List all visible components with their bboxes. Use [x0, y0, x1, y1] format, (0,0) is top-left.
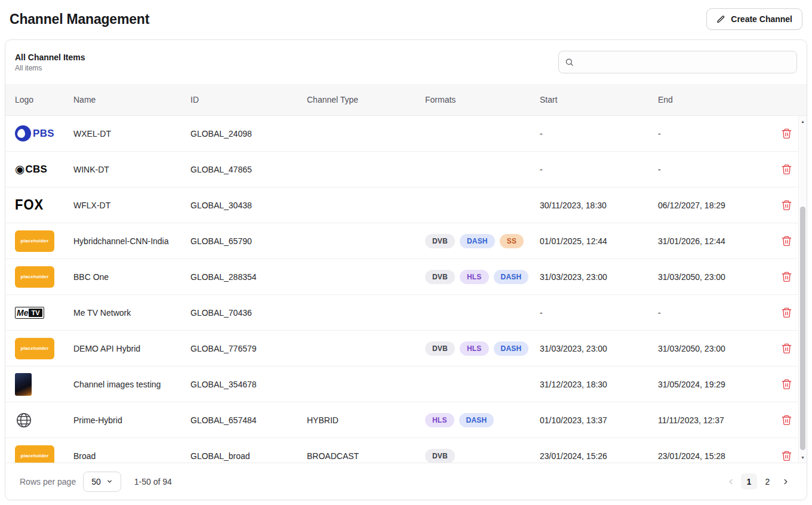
channel-id: GLOBAL_24098 — [190, 129, 307, 138]
channel-id: GLOBAL_70436 — [190, 308, 307, 318]
channel-table-card: All Channel Items All items LogoNameIDCh… — [5, 39, 807, 500]
channel-id: GLOBAL_broad — [190, 451, 307, 461]
start-date: - — [540, 165, 658, 174]
column-header-name: Name — [73, 95, 190, 104]
table-row[interactable]: placeholderHybridchannel-CNN-IndiaGLOBAL… — [5, 223, 807, 259]
table-row[interactable]: PBSWXEL-DTGLOBAL_24098-- — [5, 116, 807, 152]
fox-logo: FOX — [15, 198, 73, 213]
placeholder-logo: placeholder — [15, 445, 73, 463]
channel-id: GLOBAL_776579 — [190, 344, 307, 353]
channel-id: GLOBAL_30438 — [190, 201, 307, 210]
channel-name: WINK-DT — [73, 165, 190, 174]
globe-logo — [15, 411, 73, 429]
delete-channel-button[interactable] — [779, 269, 795, 285]
vertical-scrollbar[interactable]: ▲ ▼ — [798, 116, 807, 463]
rows-per-page-select[interactable]: 50 — [83, 472, 121, 492]
next-page-button[interactable] — [778, 474, 793, 489]
channel-image-logo — [15, 373, 73, 396]
end-date: 06/12/2027, 18:29 — [658, 201, 775, 210]
trash-icon — [781, 235, 792, 247]
channel-thumbnail — [15, 373, 32, 396]
format-badge-dash: DASH — [460, 234, 495, 248]
delete-channel-button[interactable] — [779, 448, 795, 463]
channel-id: GLOBAL_47865 — [190, 165, 307, 174]
trash-icon — [781, 199, 792, 211]
format-badge-dvb: DVB — [425, 341, 455, 356]
delete-channel-button[interactable] — [779, 412, 795, 428]
page: Channel Management Create Channel All Ch… — [0, 0, 812, 505]
scrollbar-thumb[interactable] — [800, 207, 805, 450]
channel-id: GLOBAL_288354 — [190, 272, 307, 282]
format-badge-dash: DASH — [494, 341, 529, 356]
column-header-start: Start — [540, 95, 658, 104]
chevron-down-icon — [106, 478, 113, 485]
cbs-logo: ◉CBS — [15, 164, 73, 175]
trash-icon — [781, 271, 792, 282]
delete-channel-button[interactable] — [779, 304, 795, 321]
channel-name: Broad — [73, 451, 190, 461]
channel-type: BROADCAST — [307, 451, 425, 461]
table-row[interactable]: ◉CBSWINK-DTGLOBAL_47865-- — [5, 152, 807, 187]
channel-name: Prime-Hybrid — [73, 415, 190, 425]
pbs-emblem-icon — [15, 125, 31, 141]
delete-channel-button[interactable] — [779, 340, 795, 356]
topbar: Channel Management Create Channel — [5, 5, 807, 39]
card-header: All Channel Items All items — [5, 40, 807, 84]
scroll-down-arrow[interactable]: ▼ — [799, 453, 807, 461]
table-row[interactable]: placeholderBroadGLOBAL_broadBROADCASTDVB… — [5, 438, 807, 463]
scroll-up-arrow[interactable]: ▲ — [799, 117, 807, 125]
start-date: 01/01/2025, 12:44 — [540, 236, 658, 246]
format-badge-ss: SS — [500, 234, 524, 248]
table-row[interactable]: Prime-HybridGLOBAL_657484HYBRIDHLSDASH01… — [5, 402, 807, 438]
delete-channel-button[interactable] — [779, 376, 795, 392]
pagination: 12 — [723, 473, 793, 489]
search-box — [558, 51, 797, 73]
pagination-pages: 12 — [741, 473, 776, 489]
create-channel-label: Create Channel — [731, 14, 792, 24]
channel-name: Me TV Network — [73, 308, 190, 318]
start-date: 31/03/2023, 23:00 — [540, 272, 658, 282]
channel-id: GLOBAL_657484 — [190, 415, 307, 425]
table-row[interactable]: MeTVMe TV NetworkGLOBAL_70436-- — [5, 295, 807, 331]
table-row[interactable]: placeholderBBC OneGLOBAL_288354DVBHLSDAS… — [5, 259, 807, 295]
delete-channel-button[interactable] — [779, 197, 795, 213]
channel-formats: DVBHLSDASH — [425, 341, 540, 356]
cbs-eye-icon: ◉ — [15, 164, 25, 175]
table-body: PBSWXEL-DTGLOBAL_24098--◉CBSWINK-DTGLOBA… — [5, 116, 807, 463]
metv-logo-box: MeTV — [15, 307, 44, 319]
delete-channel-button[interactable] — [779, 233, 795, 249]
end-date: 31/05/2024, 19:29 — [658, 380, 775, 389]
rows-per-page-label: Rows per page — [20, 477, 76, 486]
delete-channel-button[interactable] — [779, 161, 795, 177]
column-header-logo: Logo — [15, 95, 73, 104]
format-badge-dvb: DVB — [425, 234, 455, 248]
page-title: Channel Management — [10, 11, 149, 27]
table-row[interactable]: Channel images testingGLOBAL_35467831/12… — [5, 367, 807, 402]
start-date: 23/01/2024, 15:26 — [540, 451, 658, 461]
globe-icon — [15, 411, 33, 429]
delete-channel-button[interactable] — [779, 125, 795, 141]
table-row[interactable]: FOXWFLX-DTGLOBAL_3043830/11/2023, 18:300… — [5, 187, 807, 223]
rows-per-page-value: 50 — [91, 477, 101, 486]
chevron-right-icon — [782, 478, 790, 486]
page-button-2[interactable]: 2 — [759, 473, 776, 489]
start-date: 30/11/2023, 18:30 — [540, 201, 658, 210]
search-icon — [565, 58, 574, 67]
start-date: - — [540, 129, 658, 138]
end-date: 11/11/2023, 12:37 — [658, 415, 775, 425]
search-input[interactable] — [558, 51, 797, 73]
channel-name: DEMO API Hybrid — [73, 344, 190, 353]
table-footer: Rows per page 50 1-50 of 94 12 — [5, 463, 807, 500]
card-titles: All Channel Items All items — [15, 53, 85, 72]
previous-page-button[interactable] — [723, 474, 739, 489]
pencil-icon — [716, 15, 725, 24]
placeholder-logo: placeholder — [15, 230, 73, 252]
table-header-row: LogoNameIDChannel TypeFormatsStartEnd — [5, 84, 807, 116]
placeholder-logo: placeholder — [15, 338, 73, 359]
page-button-1[interactable]: 1 — [741, 473, 757, 489]
column-header-formats: Formats — [425, 95, 540, 104]
format-badge-dash: DASH — [459, 413, 494, 427]
table-row[interactable]: placeholderDEMO API HybridGLOBAL_776579D… — [5, 331, 807, 367]
trash-icon — [781, 414, 792, 426]
create-channel-button[interactable]: Create Channel — [706, 8, 802, 30]
